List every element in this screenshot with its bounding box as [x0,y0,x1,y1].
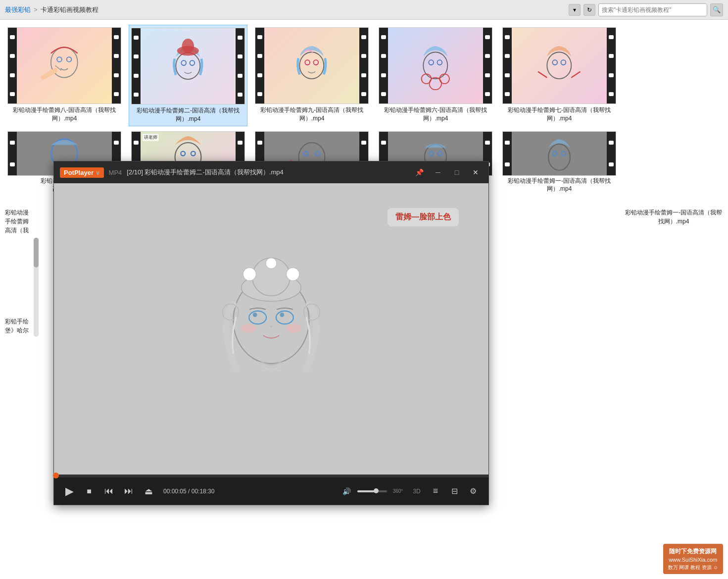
progress-handle[interactable] [53,473,59,478]
video-area: 雷姆—脸部上色 [54,183,488,474]
time-sep: / [188,488,192,495]
close-icon: ✕ [473,168,479,176]
film-hole [609,92,614,96]
svg-point-31 [315,151,320,156]
eject-button[interactable]: ⏏ [141,483,156,499]
eq-icon: ≡ [433,486,438,496]
film-hole [381,54,386,58]
search-input[interactable] [598,3,707,16]
film-right-3 [359,28,368,104]
film-hole [114,54,119,58]
film-hole [257,35,262,39]
thumb-img-4 [379,27,492,104]
film-hole [134,36,139,40]
breadcrumb-separator: > [34,6,38,13]
refresh-btn[interactable]: ↻ [583,4,595,16]
video-background: 雷姆—脸部上色 [54,183,488,474]
play-button[interactable]: ▶ [61,483,77,499]
film-hole [381,73,386,77]
film-hole [10,162,15,166]
watermark-line2: www.SuiShiXia.com [668,556,718,564]
stop-button[interactable]: ■ [81,483,97,499]
film-left-1 [8,28,17,104]
film-hole [10,35,15,39]
film-hole [238,93,243,97]
svg-point-27 [191,151,195,156]
svg-point-26 [181,151,185,156]
anime-drawing-1 [26,35,102,96]
svg-point-14 [429,60,434,65]
maximize-button[interactable]: □ [450,165,464,179]
watermark-line3: 数万 网课 教程 资源 ☺ [668,564,718,571]
film-hole [505,35,510,39]
file-item-5[interactable]: 彩铅动漫手绘蕾姆七-国语高清（我帮找网）.mp4 [500,25,619,126]
svg-point-33 [429,151,434,156]
film-hole [134,93,139,97]
film-hole [257,92,262,96]
file-item-3[interactable]: 彩铅动漫手绘蕾姆九-国语高清（我帮找网）.mp4 [252,25,371,126]
main-content: 彩铅动漫手绘蕾姆八-国语高清（我帮找网）.mp4 [0,20,728,579]
film-hole [485,73,490,77]
film-image-5 [512,28,607,104]
volume-slider[interactable] [357,490,387,492]
close-button[interactable]: ✕ [469,165,483,179]
prev-button[interactable]: ⏮ [101,483,117,499]
partial-filename-left2: 彩铅手绘堡》哈尔 [5,317,54,335]
file-label-5: 彩铅动漫手绘蕾姆七-国语高清（我帮找网）.mp4 [502,106,616,123]
film-right-5 [607,28,616,104]
scrollbar-thumb[interactable] [34,238,39,267]
svg-point-19 [547,53,572,79]
scrollbar-track[interactable] [34,238,39,337]
stop-icon: ■ [87,487,92,496]
file-item-1[interactable]: 彩铅动漫手绘蕾姆八-国语高清（我帮找网）.mp4 [5,25,124,126]
breadcrumb-root[interactable]: 最强彩铅 [5,5,31,14]
film-hole [114,73,119,77]
search-button[interactable]: 🔍 [710,3,723,16]
potplayer-logo[interactable]: PotPlayer ∨ [60,167,104,178]
film-hole [361,35,366,39]
film-hole [114,35,119,39]
3d-button[interactable]: 3D [409,483,425,499]
file-label-2: 彩铅动漫手绘蕾姆二-国语高清（我帮找网）.mp4 [132,106,244,123]
volume-handle[interactable] [374,488,379,493]
film-hole [485,54,490,58]
film-hole [505,162,510,166]
svg-point-35 [548,144,570,170]
film-image-4 [388,28,483,104]
next-button[interactable]: ⏭ [121,483,137,499]
svg-point-1 [57,57,62,62]
file-item-4[interactable]: 彩铅动漫手绘蕾姆六-国语高清（我帮找网）.mp4 [376,25,495,126]
dropdown-btn[interactable]: ▾ [569,4,581,16]
controls-bar: ▶ ■ ⏮ ⏭ ⏏ 00:00:05 / 00:18:30 [54,477,488,505]
360-button[interactable]: 360° [390,483,406,499]
film-hole [134,141,139,145]
breadcrumb-sub: 卡通彩铅画视频教程 [41,5,98,14]
file-item-10[interactable]: 彩铅动漫手绘蕾姆一-国语高清（我帮找网）.mp4 [500,131,619,195]
partial-filename-left: 彩铅动漫手绘蕾姆高清（我 [5,208,54,235]
pin-button[interactable]: 📌 [412,165,426,179]
film-hole [609,141,614,145]
film-strip-1 [8,28,121,104]
film-strip-4 [379,28,492,104]
file-item-2[interactable]: 彩铅动漫手绘蕾姆二-国语高清（我帮找网）.mp4 [129,25,247,126]
film-hole [485,92,490,96]
teacher-label: 讲老师 [143,134,159,141]
film-hole [10,54,15,58]
minimize-button[interactable]: ─ [431,165,445,179]
film-hole [257,54,262,58]
film-hole [238,74,243,78]
controls-right: 🔊 360° 3D ≡ [339,483,481,499]
time-total: 00:18:30 [192,488,215,495]
film-left-2 [132,28,141,104]
film-hole [238,141,243,145]
volume-button[interactable]: 🔊 [339,483,354,499]
settings-button[interactable]: ⚙ [465,483,481,499]
eq-button[interactable]: ≡ [428,483,443,499]
svg-point-30 [304,151,308,156]
browser-bar: 最强彩铅 > 卡通彩铅画视频教程 ▾ ↻ 🔍 [0,0,728,20]
svg-point-47 [276,311,293,324]
progress-bar[interactable] [54,474,488,477]
3d-icon: 3D [413,488,420,495]
subtitle-button[interactable]: ⊟ [446,483,462,499]
svg-point-18 [440,74,450,84]
